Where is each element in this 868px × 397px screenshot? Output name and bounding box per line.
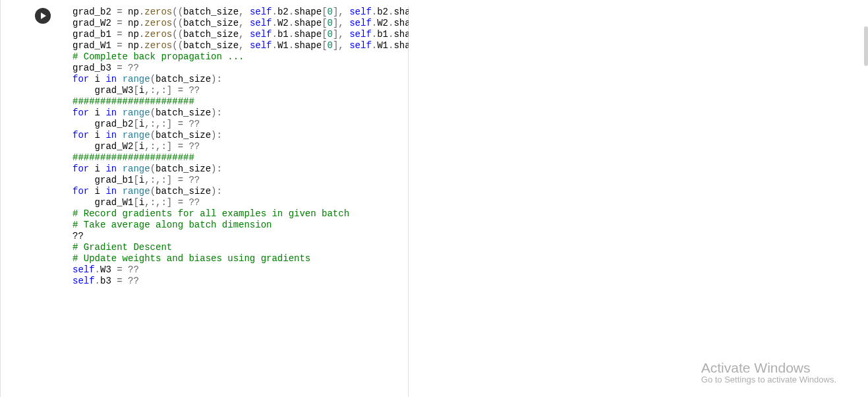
- code-line[interactable]: ######################: [72, 152, 401, 164]
- empty-space: [409, 7, 868, 397]
- code-line[interactable]: grad_W1[i,:,:] = ??: [72, 197, 401, 208]
- code-line[interactable]: self.W3 = ??: [72, 264, 401, 276]
- code-line[interactable]: grad_b2 = np.zeros((batch_size, self.b2.…: [72, 7, 401, 18]
- code-line[interactable]: for i in range(batch_size):: [72, 74, 401, 85]
- left-margin: [0, 0, 13, 397]
- code-line[interactable]: ######################: [72, 96, 401, 107]
- code-line[interactable]: # Take average along batch dimension: [72, 220, 401, 231]
- code-line[interactable]: grad_b1[i,:,:] = ??: [72, 175, 401, 186]
- code-editor[interactable]: grad_b2 = np.zeros((batch_size, self.b2.…: [72, 7, 409, 397]
- vertical-scrollbar[interactable]: [864, 0, 868, 397]
- code-line[interactable]: # Gradient Descent: [72, 242, 401, 253]
- code-line[interactable]: grad_W2[i,:,:] = ??: [72, 141, 401, 152]
- code-line[interactable]: grad_W3[i,:,:] = ??: [72, 85, 401, 96]
- code-line[interactable]: # Complete back propagation ...: [72, 51, 401, 63]
- scrollbar-thumb[interactable]: [864, 26, 868, 66]
- play-icon: [40, 13, 47, 19]
- code-line[interactable]: grad_W1 = np.zeros((batch_size, self.W1.…: [72, 40, 401, 51]
- notebook-container: grad_b2 = np.zeros((batch_size, self.b2.…: [0, 0, 868, 397]
- code-line[interactable]: for i in range(batch_size):: [72, 130, 401, 141]
- code-line[interactable]: for i in range(batch_size):: [72, 186, 401, 197]
- code-line[interactable]: self.b3 = ??: [72, 276, 401, 287]
- code-line[interactable]: grad_b2[i,:,:] = ??: [72, 119, 401, 130]
- code-line[interactable]: for i in range(batch_size):: [72, 107, 401, 119]
- code-line[interactable]: # Update weights and biases using gradie…: [72, 253, 401, 264]
- code-cell: grad_b2 = np.zeros((batch_size, self.b2.…: [13, 0, 868, 397]
- code-line[interactable]: ??: [72, 231, 401, 242]
- cell-gutter: [13, 7, 72, 397]
- code-line[interactable]: for i in range(batch_size):: [72, 164, 401, 175]
- code-line[interactable]: grad_W2 = np.zeros((batch_size, self.W2.…: [72, 18, 401, 29]
- code-line[interactable]: grad_b1 = np.zeros((batch_size, self.b1.…: [72, 29, 401, 40]
- code-line[interactable]: # Record gradients for all examples in g…: [72, 208, 401, 220]
- run-cell-button[interactable]: [35, 8, 51, 24]
- code-line[interactable]: grad_b3 = ??: [72, 63, 401, 74]
